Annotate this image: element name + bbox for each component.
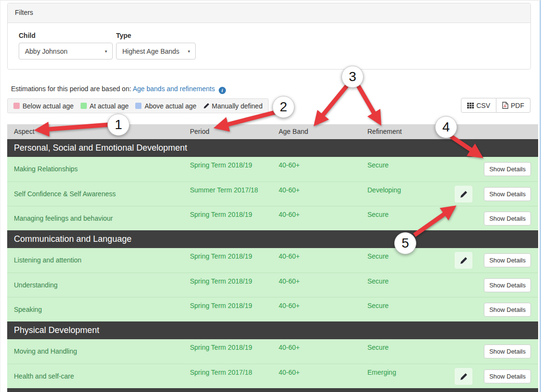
period-cell: Summer Term 2017/18 bbox=[190, 186, 258, 194]
period-cell: Spring Term 2018/19 bbox=[190, 277, 252, 285]
table-body: Personal, Social and Emotional Developme… bbox=[7, 139, 538, 388]
csv-button-label: CSV bbox=[476, 102, 490, 109]
refinement-cell: Secure bbox=[367, 277, 388, 285]
period-cell: Spring Term 2018/19 bbox=[190, 211, 252, 218]
legend-swatch bbox=[135, 103, 141, 109]
refinement-cell: Emerging bbox=[367, 368, 396, 376]
type-select[interactable]: Highest Age Bands ▼ bbox=[116, 43, 196, 59]
arrow-3b bbox=[358, 86, 379, 122]
age-band-cell: 40-60+ bbox=[279, 277, 300, 285]
filters-panel: Filters Child Abby Johnson ▼ Type Highes… bbox=[7, 3, 531, 70]
legend-label: At actual age bbox=[90, 102, 129, 110]
aspect-cell: Health and self-care bbox=[14, 372, 74, 380]
aspect-cell: Managing feelings and behaviour bbox=[14, 214, 113, 222]
chevron-down-icon: ▼ bbox=[187, 49, 191, 53]
arrow-3a bbox=[316, 86, 347, 123]
table-row: SpeakingSpring Term 2018/1940-60+SecureS… bbox=[7, 297, 538, 321]
export-button-group: CSV PDF bbox=[461, 98, 530, 113]
show-details-button[interactable]: Show Details bbox=[484, 303, 531, 317]
period-cell: Spring Term 2018/19 bbox=[190, 302, 252, 309]
period-cell: Spring Term 2018/19 bbox=[190, 344, 252, 351]
refinement-cell: Secure bbox=[367, 161, 388, 169]
estimation-note: Estimations for this period are based on… bbox=[11, 85, 226, 94]
table-row: Health and self-careSpring Term 2017/184… bbox=[7, 364, 538, 388]
csv-button[interactable]: CSV bbox=[461, 98, 496, 113]
callout-2: 2 bbox=[272, 96, 294, 118]
age-band-cell: 40-60+ bbox=[279, 211, 300, 218]
age-band-cell: 40-60+ bbox=[279, 186, 300, 194]
aspect-cell: Self Confidence & Self Awareness bbox=[14, 190, 116, 198]
estimation-note-text: Estimations for this period are based on… bbox=[11, 85, 131, 93]
legend-swatch bbox=[81, 103, 87, 109]
edit-pencil-button[interactable] bbox=[455, 186, 472, 202]
chevron-down-icon: ▼ bbox=[104, 49, 108, 53]
age-band-cell: 40-60+ bbox=[279, 161, 300, 169]
refinement-cell: Secure bbox=[367, 302, 388, 309]
pdf-button-label: PDF bbox=[511, 102, 524, 109]
pdf-button[interactable]: PDF bbox=[496, 98, 530, 113]
pencil-icon bbox=[460, 190, 468, 198]
section-header: Communication and Language bbox=[7, 230, 538, 248]
column-header-aspect: Aspect bbox=[14, 128, 35, 135]
period-cell: Spring Term 2018/19 bbox=[190, 161, 252, 169]
legend-item: Above actual age bbox=[135, 102, 196, 110]
aspect-cell: Listening and attention bbox=[14, 256, 82, 264]
child-select[interactable]: Abby Johnson ▼ bbox=[19, 43, 113, 59]
section-header: Personal, Social and Emotional Developme… bbox=[7, 139, 538, 157]
csv-table-icon bbox=[467, 103, 474, 108]
legend-item: Manually defined bbox=[203, 102, 263, 110]
refinement-cell: Secure bbox=[367, 211, 388, 218]
table-row: Self Confidence & Self AwarenessSummer T… bbox=[7, 181, 538, 206]
show-details-button[interactable]: Show Details bbox=[484, 187, 531, 201]
table-row: Listening and attentionSpring Term 2018/… bbox=[7, 248, 538, 273]
edit-pencil-button[interactable] bbox=[455, 368, 472, 385]
show-details-button[interactable]: Show Details bbox=[484, 369, 531, 383]
filters-panel-body: Child Abby Johnson ▼ Type Highest Age Ba… bbox=[8, 23, 530, 70]
callout-5: 5 bbox=[394, 232, 416, 254]
column-header-period: Period bbox=[190, 128, 209, 135]
show-details-button[interactable]: Show Details bbox=[484, 212, 531, 226]
pencil-icon bbox=[460, 257, 468, 264]
period-cell: Spring Term 2018/19 bbox=[190, 252, 252, 260]
legend-item: Below actual age bbox=[13, 102, 74, 110]
table-row: Managing feelings and behaviourSpring Te… bbox=[7, 206, 538, 230]
aspect-cell: Speaking bbox=[14, 306, 42, 313]
period-cell: Spring Term 2017/18 bbox=[190, 368, 252, 376]
legend-swatch bbox=[13, 103, 20, 109]
edit-pencil-button[interactable] bbox=[455, 252, 472, 269]
refinement-cell: Secure bbox=[367, 344, 388, 351]
callout-4: 4 bbox=[435, 116, 457, 138]
table-row: UnderstandingSpring Term 2018/1940-60+Se… bbox=[7, 273, 538, 297]
show-details-button[interactable]: Show Details bbox=[484, 278, 531, 292]
legend: Below actual ageAt actual ageAbove actua… bbox=[7, 98, 269, 113]
legend-item: At actual age bbox=[81, 102, 129, 110]
column-header-refinement: Refinement bbox=[367, 128, 402, 135]
age-band-cell: 40-60+ bbox=[279, 252, 300, 260]
show-details-button[interactable]: Show Details bbox=[484, 344, 531, 358]
type-select-value: Highest Age Bands bbox=[122, 48, 179, 55]
pencil-icon bbox=[460, 373, 468, 380]
child-select-value: Abby Johnson bbox=[25, 48, 68, 55]
age-band-cell: 40-60+ bbox=[279, 344, 300, 351]
aspect-cell: Making Relationships bbox=[14, 165, 78, 173]
show-details-button[interactable]: Show Details bbox=[484, 253, 531, 267]
table-row: Moving and HandlingSpring Term 2018/1940… bbox=[7, 339, 538, 364]
info-icon[interactable]: i bbox=[219, 87, 226, 94]
age-band-cell: 40-60+ bbox=[279, 368, 300, 376]
next-section-header-partial bbox=[7, 388, 538, 392]
aspect-cell: Moving and Handling bbox=[14, 347, 77, 355]
section-header: Physical Development bbox=[7, 321, 538, 339]
filters-panel-title: Filters bbox=[8, 3, 530, 23]
legend-label: Manually defined bbox=[212, 102, 263, 110]
callout-3: 3 bbox=[341, 66, 364, 88]
pdf-file-icon bbox=[502, 102, 508, 109]
age-bands-link[interactable]: Age bands and refinements bbox=[133, 85, 215, 93]
child-label: Child bbox=[19, 32, 35, 39]
legend-label: Above actual age bbox=[144, 102, 196, 110]
table-header-row: Aspect Period Age Band Refinement bbox=[7, 124, 538, 139]
assessment-table: Aspect Period Age Band Refinement Person… bbox=[7, 124, 538, 392]
show-details-button[interactable]: Show Details bbox=[484, 162, 531, 176]
pencil-icon bbox=[203, 103, 210, 109]
legend-label: Below actual age bbox=[23, 102, 74, 110]
column-header-age-band: Age Band bbox=[279, 128, 308, 135]
